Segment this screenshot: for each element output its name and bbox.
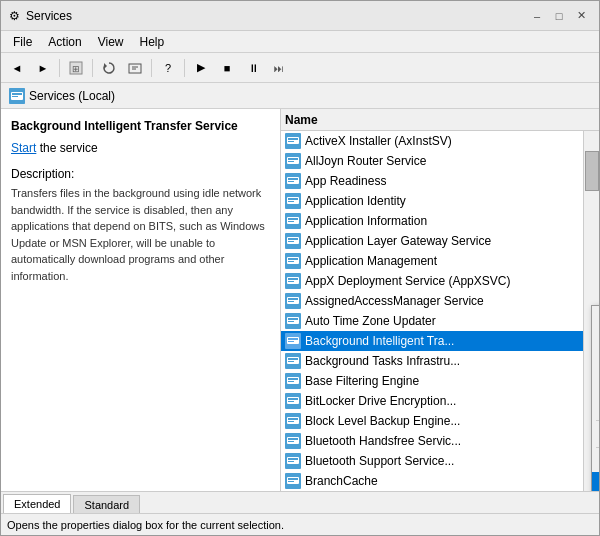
svg-rect-49 xyxy=(288,318,298,320)
tab-standard[interactable]: Standard xyxy=(73,495,140,514)
list-item-label: Auto Time Zone Updater xyxy=(305,314,436,328)
breadcrumb-icon xyxy=(9,88,25,104)
close-button[interactable]: ✕ xyxy=(571,6,591,26)
title-bar: ⚙ Services – □ ✕ xyxy=(1,1,599,31)
svg-rect-37 xyxy=(288,258,298,260)
context-menu: StartStopPauseResumeRestartAll Tasks▶Ref… xyxy=(591,305,599,491)
stop-button[interactable]: ■ xyxy=(215,57,239,79)
list-item-label: BitLocker Drive Encryption... xyxy=(305,394,456,408)
svg-rect-45 xyxy=(288,298,298,300)
status-text: Opens the properties dialog box for the … xyxy=(7,519,284,531)
desc-title: Description: xyxy=(11,167,270,181)
list-item-label: AssignedAccessManager Service xyxy=(305,294,484,308)
toolbar-separator-2 xyxy=(92,59,93,77)
context-menu-item-properties[interactable]: Properties xyxy=(592,472,599,491)
svg-rect-77 xyxy=(288,458,298,460)
pause-button[interactable]: ⏸ xyxy=(241,57,265,79)
services-window: ⚙ Services – □ ✕ File Action View Help ◄… xyxy=(0,0,600,536)
list-item[interactable]: App Readiness xyxy=(281,171,599,191)
list-item-label: App Readiness xyxy=(305,174,386,188)
svg-rect-82 xyxy=(288,481,294,482)
list-item[interactable]: Bluetooth Support Service... xyxy=(281,451,599,471)
service-description: Transfers files in the background using … xyxy=(11,185,270,284)
window-icon: ⚙ xyxy=(9,9,20,23)
list-item[interactable]: Bluetooth Handsfree Servic... xyxy=(281,431,599,451)
svg-rect-29 xyxy=(288,218,298,220)
svg-rect-42 xyxy=(288,281,294,282)
svg-rect-13 xyxy=(288,138,298,140)
scroll-thumb[interactable] xyxy=(585,151,599,191)
list-item[interactable]: BranchCache xyxy=(281,471,599,491)
list-item[interactable]: Background Tasks Infrastru... xyxy=(281,351,599,371)
list-item-label: Application Information xyxy=(305,214,427,228)
export-button[interactable] xyxy=(123,57,147,79)
svg-rect-69 xyxy=(288,418,298,420)
breadcrumb-bar: Services (Local) xyxy=(1,83,599,109)
svg-rect-25 xyxy=(288,198,298,200)
service-name: Background Intelligent Transfer Service xyxy=(11,119,270,133)
svg-rect-41 xyxy=(288,278,298,280)
svg-rect-54 xyxy=(288,341,294,342)
list-item-label: Base Filtering Engine xyxy=(305,374,419,388)
list-item-label: Background Tasks Infrastru... xyxy=(305,354,460,368)
svg-rect-10 xyxy=(12,96,18,97)
toolbar: ◄ ► ⊞ ? ▶ ■ ⏸ ⏭ xyxy=(1,53,599,83)
list-item[interactable]: AssignedAccessManager Service xyxy=(281,291,599,311)
minimize-button[interactable]: – xyxy=(527,6,547,26)
list-item-label: Block Level Backup Engine... xyxy=(305,414,460,428)
svg-text:⊞: ⊞ xyxy=(72,64,80,74)
svg-rect-53 xyxy=(288,338,298,340)
title-controls: – □ ✕ xyxy=(527,6,591,26)
list-item[interactable]: AppX Deployment Service (AppXSVC) xyxy=(281,271,599,291)
list-item-label: Bluetooth Support Service... xyxy=(305,454,454,468)
menu-help[interactable]: Help xyxy=(132,33,173,51)
svg-rect-78 xyxy=(288,461,294,462)
list-item[interactable]: Background Intelligent Tra... xyxy=(281,331,599,351)
help-toolbar-button[interactable]: ? xyxy=(156,57,180,79)
start-link[interactable]: Start xyxy=(11,141,36,155)
window-title: Services xyxy=(26,9,72,23)
up-button[interactable]: ⊞ xyxy=(64,57,88,79)
context-menu-item-all-tasks[interactable]: All Tasks▶ xyxy=(592,423,599,445)
context-menu-separator xyxy=(596,447,599,448)
menu-view[interactable]: View xyxy=(90,33,132,51)
context-menu-item-restart[interactable]: Restart xyxy=(592,396,599,418)
start-service-line: Start the service xyxy=(11,141,270,155)
play-button[interactable]: ▶ xyxy=(189,57,213,79)
bottom-tabs: ExtendedStandard xyxy=(1,491,599,513)
list-item-label: AppX Deployment Service (AppXSVC) xyxy=(305,274,510,288)
right-panel: Name ActiveX Installer (AxInstSV) AllJoy… xyxy=(281,109,599,491)
status-bar: Opens the properties dialog box for the … xyxy=(1,513,599,535)
menu-file[interactable]: File xyxy=(5,33,40,51)
list-item[interactable]: Auto Time Zone Updater xyxy=(281,311,599,331)
list-item[interactable]: Block Level Backup Engine... xyxy=(281,411,599,431)
toolbar-separator-1 xyxy=(59,59,60,77)
svg-rect-18 xyxy=(288,161,294,162)
list-item[interactable]: BitLocker Drive Encryption... xyxy=(281,391,599,411)
list-item[interactable]: Application Information xyxy=(281,211,599,231)
svg-rect-50 xyxy=(288,321,294,322)
tab-extended[interactable]: Extended xyxy=(3,494,71,514)
list-item[interactable]: ActiveX Installer (AxInstSV) xyxy=(281,131,599,151)
list-item[interactable]: Application Layer Gateway Service xyxy=(281,231,599,251)
refresh-toolbar-button[interactable] xyxy=(97,57,121,79)
list-item[interactable]: Application Identity xyxy=(281,191,599,211)
list-item-label: Background Intelligent Tra... xyxy=(305,334,454,348)
list-item[interactable]: Base Filtering Engine xyxy=(281,371,599,391)
service-list[interactable]: ActiveX Installer (AxInstSV) AllJoyn Rou… xyxy=(281,131,599,491)
restart-button[interactable]: ⏭ xyxy=(267,57,291,79)
list-item[interactable]: Application Management xyxy=(281,251,599,271)
context-menu-item-start[interactable]: Start xyxy=(592,308,599,330)
svg-rect-17 xyxy=(288,158,298,160)
forward-button[interactable]: ► xyxy=(31,57,55,79)
context-menu-item-refresh[interactable]: Refresh xyxy=(592,450,599,472)
context-menu-item-pause: Pause xyxy=(592,352,599,374)
svg-rect-46 xyxy=(288,301,294,302)
back-button[interactable]: ◄ xyxy=(5,57,29,79)
svg-rect-38 xyxy=(288,261,294,262)
maximize-button[interactable]: □ xyxy=(549,6,569,26)
svg-rect-66 xyxy=(288,401,294,402)
list-item[interactable]: AllJoyn Router Service xyxy=(281,151,599,171)
menu-action[interactable]: Action xyxy=(40,33,89,51)
svg-rect-26 xyxy=(288,201,294,202)
